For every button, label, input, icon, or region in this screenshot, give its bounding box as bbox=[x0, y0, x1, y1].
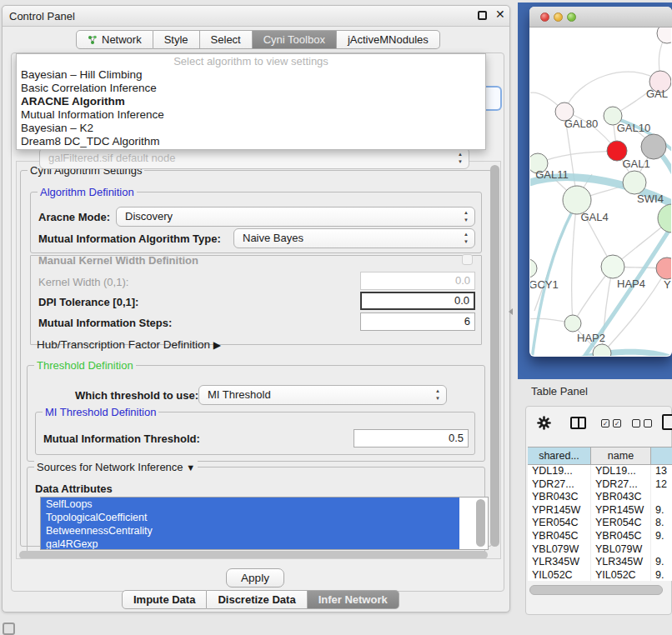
data-attributes-list[interactable]: SelfLoopsTopologicalCoefficientBetweenne… bbox=[40, 497, 489, 550]
network-edge[interactable] bbox=[564, 352, 671, 356]
network-edge[interactable] bbox=[572, 200, 577, 323]
mi-type-label: Mutual Information Algorithm Type: bbox=[38, 232, 221, 245]
table-cell: YBL079W bbox=[591, 543, 651, 557]
table-row[interactable]: YDL19...YDL19...13 bbox=[528, 465, 672, 478]
column-header-clipped[interactable] bbox=[651, 448, 672, 464]
select-all-checkbox-icon-2[interactable]: ✓ bbox=[613, 419, 621, 428]
table-row[interactable]: YIL052CYIL052C9. bbox=[528, 569, 672, 581]
table-row[interactable]: YBR043CYBR043C bbox=[528, 491, 672, 504]
tab-impute-data[interactable]: Impute Data bbox=[122, 590, 207, 609]
manual-kernel-checkbox[interactable] bbox=[462, 254, 473, 265]
node-label-gal10: GAL10 bbox=[617, 122, 650, 134]
which-threshold-value: MI Threshold bbox=[208, 388, 271, 401]
gear-icon[interactable] bbox=[537, 416, 551, 433]
tab-label: Network bbox=[102, 31, 142, 48]
algorithm-dropdown-popup: Select algorithm to view settings Bayesi… bbox=[16, 53, 486, 150]
close-traffic-light-icon[interactable] bbox=[540, 12, 549, 22]
aracne-mode-combo[interactable]: Discovery ▲▼ bbox=[116, 207, 475, 227]
network-node[interactable] bbox=[641, 134, 666, 159]
network-node-gal4[interactable] bbox=[563, 186, 591, 214]
network-node[interactable] bbox=[657, 28, 671, 43]
network-node-hap4[interactable] bbox=[601, 255, 624, 278]
tab-network[interactable]: Network bbox=[76, 30, 153, 49]
tab-select[interactable]: Select bbox=[200, 30, 253, 49]
algorithm-option-bayesian-k2[interactable]: Bayesian – K2 bbox=[17, 122, 485, 135]
table-row[interactable]: YDR27...YDR27...12 bbox=[528, 478, 672, 492]
sources-title[interactable]: Sources for Network Inference ▼ bbox=[34, 461, 198, 473]
table-cell: YDL19... bbox=[528, 465, 591, 478]
deselect-checkbox-icon-2[interactable] bbox=[644, 419, 652, 428]
table-cell: YPR145W bbox=[591, 504, 651, 518]
stepper-icon: ▲▼ bbox=[435, 388, 440, 402]
settings-horizontal-scrollbar[interactable] bbox=[19, 551, 488, 559]
algorithm-option-dream8-dc-tdc-algorithm[interactable]: Dream8 DC_TDC Algorithm bbox=[17, 135, 485, 148]
cyni-bottom-tabs: Impute DataDiscretize DataInfer Network bbox=[122, 590, 399, 609]
table-cell bbox=[651, 543, 672, 557]
table-row[interactable]: YBL079WYBL079W bbox=[528, 543, 672, 557]
dpi-tolerance-label: DPI Tolerance [0,1]: bbox=[38, 296, 138, 308]
minimize-traffic-light-icon[interactable] bbox=[554, 12, 563, 22]
table-row[interactable]: YBR045CYBR045C9. bbox=[528, 530, 672, 543]
mi-type-value: Naive Bayes bbox=[243, 232, 303, 244]
minimized-panel-icon[interactable] bbox=[3, 622, 15, 635]
network-node-y[interactable] bbox=[656, 258, 671, 279]
tab-cyni-toolbox[interactable]: Cyni Toolbox bbox=[253, 30, 337, 49]
deselect-checkbox-icon[interactable] bbox=[632, 419, 640, 428]
column-header-name[interactable]: name bbox=[591, 448, 651, 464]
close-icon[interactable]: ✕ bbox=[495, 8, 505, 21]
column-header-shared...[interactable]: shared... bbox=[528, 448, 591, 464]
network-node-hap2[interactable] bbox=[564, 315, 581, 332]
show-columns-icon[interactable] bbox=[570, 417, 586, 429]
table-cell: YBL079W bbox=[528, 543, 591, 557]
tab-style[interactable]: Style bbox=[153, 30, 200, 49]
network-selector-combo[interactable]: galFiltered.sif default node ▲▼ bbox=[39, 148, 469, 169]
algorithm-option-basic-correlation-inference[interactable]: Basic Correlation Inference bbox=[17, 82, 485, 95]
network-selector-value: galFiltered.sif default node bbox=[48, 152, 175, 164]
tab-jactivemnodules[interactable]: jActiveMNodules bbox=[337, 30, 440, 49]
control-panel-titlebar: Control Panel ✕ bbox=[3, 6, 509, 27]
mi-type-combo[interactable]: Naive Bayes ▲▼ bbox=[233, 228, 475, 248]
float-window-icon[interactable] bbox=[478, 11, 487, 20]
mi-threshold-field[interactable]: 0.5 bbox=[354, 429, 469, 448]
table-panel-title: Table Panel bbox=[531, 385, 588, 398]
network-canvas[interactable]: GALGAL80GAL10GAL1GAL11SWI4GAL4GCY1HAP4YH… bbox=[530, 28, 671, 356]
screen: Control Panel ✕ NetworkStyleSelectCyni T… bbox=[0, 0, 672, 635]
algorithm-option-mutual-information-inference[interactable]: Mutual Information Inference bbox=[17, 108, 485, 122]
table-cell: 9. bbox=[651, 569, 672, 581]
attribute-item-selfloops[interactable]: SelfLoops bbox=[41, 498, 459, 511]
network-icon bbox=[88, 35, 98, 45]
network-node-swi4[interactable] bbox=[623, 171, 646, 194]
table-row[interactable]: YER054CYER054C8. bbox=[528, 517, 672, 530]
file-icon[interactable] bbox=[662, 414, 672, 430]
network-edge[interactable] bbox=[538, 151, 617, 163]
apply-button[interactable]: Apply bbox=[226, 568, 284, 588]
table-cell: YBR045C bbox=[591, 530, 651, 543]
tab-infer-network[interactable]: Infer Network bbox=[308, 590, 399, 609]
attribute-item-gal4rgexp[interactable]: gal4RGexp bbox=[41, 538, 459, 550]
attribute-item-betweennesscentrality[interactable]: BetweennessCentrality bbox=[41, 524, 459, 538]
settings-vertical-scrollbar[interactable] bbox=[490, 165, 499, 547]
split-pane-collapse-icon[interactable] bbox=[509, 308, 513, 315]
attribute-item-topologicalcoefficient[interactable]: TopologicalCoefficient bbox=[41, 511, 459, 524]
network-node-gcy1[interactable] bbox=[530, 259, 537, 278]
table-row[interactable]: YPR145WYPR145W9. bbox=[528, 504, 672, 518]
algorithm-option-aracne-algorithm[interactable]: ARACNE Algorithm bbox=[17, 95, 485, 108]
hub-definition-label: Hub/Transcription Factor Definition bbox=[37, 338, 210, 351]
zoom-traffic-light-icon[interactable] bbox=[567, 12, 576, 22]
algorithm-option-bayesian-hill-climbing[interactable]: Bayesian – Hill Climbing bbox=[17, 68, 485, 82]
node-label-hap4: HAP4 bbox=[617, 278, 645, 290]
table-cell: YER054C bbox=[591, 517, 651, 530]
table-horizontal-scrollbar[interactable] bbox=[529, 585, 663, 595]
table-row[interactable]: YLR345WYLR345W9. bbox=[528, 556, 672, 569]
node-label-y: Y bbox=[664, 278, 671, 291]
select-all-checkbox-icon[interactable]: ✓ bbox=[601, 419, 609, 428]
which-threshold-combo[interactable]: MI Threshold ▲▼ bbox=[198, 385, 447, 405]
table-cell: YLR345W bbox=[591, 556, 651, 569]
hub-definition-expander[interactable]: Hub/Transcription Factor Definition ▶ bbox=[37, 338, 221, 351]
attribute-list-scrollbar[interactable] bbox=[476, 499, 485, 547]
tab-discretize-data[interactable]: Discretize Data bbox=[207, 590, 307, 609]
table-cell: YIL052C bbox=[528, 569, 591, 581]
mi-steps-field[interactable]: 6 bbox=[360, 312, 475, 331]
dpi-tolerance-field[interactable]: 0.0 bbox=[360, 292, 475, 310]
kernel-width-field[interactable]: 0.0 bbox=[360, 272, 475, 290]
